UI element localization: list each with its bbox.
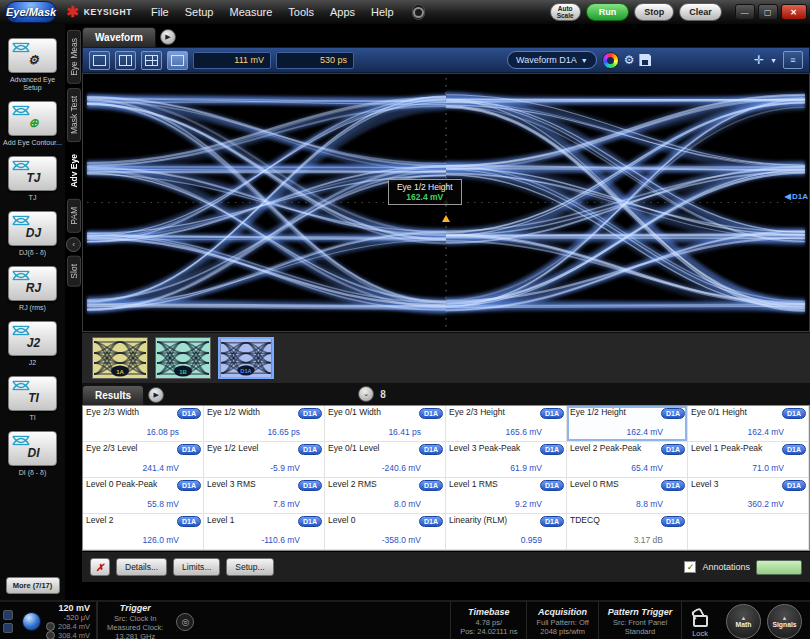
- stop-button[interactable]: Stop: [634, 3, 674, 21]
- result-cell-level-3[interactable]: Level 3D1A360.2 mV: [688, 478, 809, 514]
- signals-button[interactable]: ▲Signals: [767, 604, 802, 639]
- thumbnail-d1a[interactable]: D1A: [218, 337, 274, 379]
- vtab-eye-meas[interactable]: Eye Meas: [67, 30, 81, 84]
- channel-scale-block[interactable]: 120 mV -520 μV 208.4 mV308.4 mV: [16, 602, 97, 639]
- result-cell-level-0[interactable]: Level 0D1A-358.0 mV: [325, 514, 446, 550]
- result-cell-level-1[interactable]: Level 1D1A-110.6 mV: [204, 514, 325, 550]
- result-cell-eye-1-2-height[interactable]: Eye 1/2 HeightD1A162.4 mV: [567, 406, 688, 442]
- ti-button[interactable]: TI: [8, 376, 57, 411]
- measurement-annotation[interactable]: Eye 1/2 Height 162.4 mV: [388, 179, 462, 205]
- rj-button[interactable]: RJ: [8, 266, 57, 301]
- menu-file[interactable]: File: [143, 4, 177, 20]
- result-cell-eye-2-3-width[interactable]: Eye 2/3 WidthD1A16.08 ps: [83, 406, 204, 442]
- tj-button[interactable]: TJ: [8, 156, 57, 191]
- color-grade-icon[interactable]: [602, 52, 619, 69]
- trigger-lines: Src: Clock InMeasured Clock:13.281 GHz: [107, 614, 163, 639]
- horizontal-scale-field[interactable]: 530 ps: [276, 52, 354, 69]
- collapse-panel-chevron-icon[interactable]: ‹: [66, 237, 81, 252]
- touch-indicator[interactable]: [412, 4, 425, 20]
- result-value: 65.4 mV: [631, 463, 663, 473]
- channel-color-chip[interactable]: [3, 610, 13, 620]
- vtab-mask-test[interactable]: Mask Test: [67, 88, 81, 142]
- trigger-setup-button[interactable]: ◎: [176, 613, 194, 631]
- math-button[interactable]: ▲Math: [726, 604, 761, 639]
- result-cell-eye-1-2-level[interactable]: Eye 1/2 LevelD1A-5.9 mV: [204, 442, 325, 478]
- layout-split-2-button[interactable]: [115, 51, 136, 70]
- eye-icon: [12, 270, 30, 281]
- dj-button[interactable]: DJ: [8, 211, 57, 246]
- tab-waveform[interactable]: Waveform: [82, 27, 156, 47]
- display-menu-button[interactable]: ≡: [783, 51, 803, 69]
- app-mode-button[interactable]: Eye/Mask: [5, 1, 57, 23]
- details-button[interactable]: Details...: [116, 558, 167, 576]
- result-cell-eye-0-1-width[interactable]: Eye 0/1 WidthD1A16.41 ps: [325, 406, 446, 442]
- result-cell-eye-1-2-width[interactable]: Eye 1/2 WidthD1A16.65 ps: [204, 406, 325, 442]
- save-waveform-icon[interactable]: [639, 54, 651, 66]
- result-cell-tdecq[interactable]: TDECQD1A3.17 dB: [567, 514, 688, 550]
- layout-single-button[interactable]: [89, 51, 110, 70]
- channel-color-chip-2[interactable]: [3, 623, 13, 633]
- result-cell-eye-2-3-height[interactable]: Eye 2/3 HeightD1A165.6 mV: [446, 406, 567, 442]
- pan-zoom-icon[interactable]: ✛: [754, 54, 764, 66]
- menu-setup[interactable]: Setup: [177, 4, 222, 20]
- waveform-tab-menu-button[interactable]: ▶: [160, 29, 176, 45]
- pattern-lock-button[interactable]: Lock: [681, 602, 718, 639]
- result-cell-level-2-rms[interactable]: Level 2 RMSD1A8.0 mV: [325, 478, 446, 514]
- annotations-checkbox[interactable]: ✓: [684, 561, 696, 573]
- autoscale-button[interactable]: Auto Scale: [550, 3, 581, 21]
- di-button[interactable]: DI: [8, 431, 57, 466]
- result-cell-level-2-peak-peak[interactable]: Level 2 Peak-PeakD1A65.4 mV: [567, 442, 688, 478]
- result-cell-level-2[interactable]: Level 2D1A126.0 mV: [83, 514, 204, 550]
- minimize-button[interactable]: —: [735, 4, 755, 20]
- vtab-pam[interactable]: PAM: [67, 199, 81, 233]
- menu-apps[interactable]: Apps: [322, 4, 363, 20]
- pattern-lock-label: Lock: [692, 629, 708, 638]
- result-cell-level-0-peak-peak[interactable]: Level 0 Peak-PeakD1A55.8 mV: [83, 478, 204, 514]
- display-settings-gear-icon[interactable]: ⚙: [624, 54, 635, 66]
- layout-current-button[interactable]: [167, 51, 188, 70]
- pan-zoom-dropdown-icon[interactable]: ▼: [770, 57, 777, 64]
- j2-button[interactable]: J2: [8, 321, 57, 356]
- vertical-scale-field[interactable]: 111 mV: [193, 52, 271, 69]
- run-button[interactable]: Run: [586, 3, 630, 21]
- results-tab-menu-button[interactable]: ▶: [148, 387, 164, 403]
- delete-measurement-button[interactable]: ✗: [90, 558, 110, 576]
- result-cell-level-1-rms[interactable]: Level 1 RMSD1A9.2 mV: [446, 478, 567, 514]
- result-cell-level-0-rms[interactable]: Level 0 RMSD1A8.8 mV: [567, 478, 688, 514]
- result-cell-level-1-peak-peak[interactable]: Level 1 Peak-PeakD1A71.0 mV: [688, 442, 809, 478]
- add-eye-contour-button[interactable]: ⊕: [8, 101, 57, 136]
- result-cell-level-3-peak-peak[interactable]: Level 3 Peak-PeakD1A61.9 mV: [446, 442, 567, 478]
- thumbnail-1b[interactable]: 1B: [155, 337, 211, 379]
- thumbnail-1a[interactable]: 1A: [92, 337, 148, 379]
- timebase-block[interactable]: Timebase 4.78 ps/Pos: 24.02111 ns: [450, 602, 526, 639]
- trigger-block[interactable]: Trigger Src: Clock InMeasured Clock:13.2…: [97, 602, 172, 639]
- result-cell-linearity-rlm-[interactable]: Linearity (RLM)D1A0.959: [446, 514, 567, 550]
- waveform-source-dropdown[interactable]: Waveform D1A ▼: [507, 51, 597, 69]
- close-button[interactable]: ✕: [781, 4, 807, 20]
- layout-split-4-button[interactable]: [141, 51, 162, 70]
- menu-tools[interactable]: Tools: [280, 4, 322, 20]
- eye-diagram-plot[interactable]: Eye 1/2 Height 162.4 mV ◀D1A: [82, 73, 810, 332]
- tab-results[interactable]: Results: [82, 385, 144, 405]
- menu-help[interactable]: Help: [363, 4, 402, 20]
- result-cell-eye-0-1-level[interactable]: Eye 0/1 LevelD1A-240.6 mV: [325, 442, 446, 478]
- result-cell-level-3-rms[interactable]: Level 3 RMSD1A7.8 mV: [204, 478, 325, 514]
- more-measurements-button[interactable]: More (7/17): [6, 577, 60, 594]
- vtab-adv-eye[interactable]: Adv Eye: [67, 146, 81, 196]
- clear-button[interactable]: Clear: [679, 3, 722, 21]
- vtab-slot[interactable]: Slot: [67, 256, 81, 287]
- result-cell-empty-23[interactable]: [688, 514, 809, 550]
- result-value: 162.4 mV: [748, 427, 784, 437]
- setup-button[interactable]: Setup...: [226, 558, 273, 576]
- result-cell-eye-0-1-height[interactable]: Eye 0/1 HeightD1A162.4 mV: [688, 406, 809, 442]
- menu-measure[interactable]: Measure: [221, 4, 280, 20]
- limits-button[interactable]: Limits...: [173, 558, 220, 576]
- advanced-eye-setup-button[interactable]: ⚙: [8, 38, 57, 73]
- acquisition-block[interactable]: Acquisition Full Pattern: Off2048 pts/wf…: [526, 602, 597, 639]
- result-cell-eye-2-3-level[interactable]: Eye 2/3 LevelD1A241.4 mV: [83, 442, 204, 478]
- eye-icon: [12, 325, 30, 336]
- pattern-trigger-block[interactable]: Pattern Trigger Src: Front PanelStandard: [598, 602, 681, 639]
- source-badge: D1A: [540, 516, 564, 527]
- results-collapse-button[interactable]: ⌄: [358, 386, 374, 402]
- maximize-button[interactable]: ▢: [758, 4, 778, 20]
